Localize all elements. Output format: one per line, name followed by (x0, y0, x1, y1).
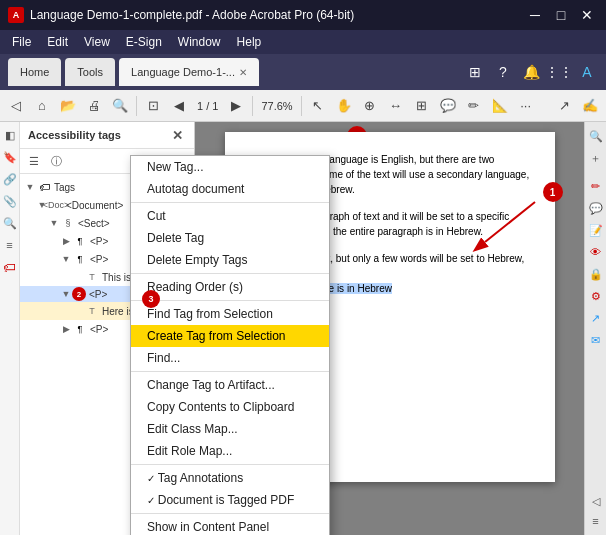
ctx-change-artifact[interactable]: Change Tag to Artifact... (131, 374, 329, 396)
ctx-document-tagged[interactable]: Document is Tagged PDF (131, 489, 329, 511)
measure-icon[interactable]: 📐 (488, 94, 512, 118)
marquee-icon[interactable]: ⊞ (410, 94, 434, 118)
tree-label-document: <Document> (66, 200, 123, 211)
right-expand-icon[interactable]: ≡ (586, 511, 606, 531)
menu-window[interactable]: Window (170, 33, 229, 51)
tree-toggle-sect[interactable]: ▼ (48, 218, 60, 228)
panel-icon-1[interactable]: ◧ (1, 126, 19, 144)
right-icon-strip: 🔍 ＋ ✏ 💬 📝 👁 🔒 ⚙ ↗ ✉ ◁ ≡ (584, 122, 606, 535)
tree-label-sect: <Sect> (78, 218, 110, 229)
page-number: 1 / 1 (193, 100, 222, 112)
context-menu: New Tag... Autotag document Cut Delete T… (130, 155, 330, 535)
tags-info-icon[interactable]: ⓘ (46, 151, 66, 171)
right-fill-icon[interactable]: 📝 (586, 220, 606, 240)
right-collapse-icon[interactable]: ◁ (586, 491, 606, 511)
right-optimize-icon[interactable]: ⚙ (586, 286, 606, 306)
tree-label-p1: <P> (90, 236, 108, 247)
prev-page-icon[interactable]: ◀ (167, 94, 191, 118)
badge-1-overlay: 1 (543, 182, 563, 202)
zoom-out-icon[interactable]: 🔍 (108, 94, 132, 118)
fit-page-icon[interactable]: ⊡ (141, 94, 165, 118)
apps-icon[interactable]: ⋮⋮ (548, 61, 570, 83)
help-icon[interactable]: ? (492, 61, 514, 83)
tags-icon: 🏷 (36, 179, 52, 195)
right-share-icon[interactable]: ↗ (586, 308, 606, 328)
notification-icon[interactable]: 🔔 (520, 61, 542, 83)
right-comment-icon[interactable]: 💬 (586, 198, 606, 218)
ctx-new-tag[interactable]: New Tag... (131, 156, 329, 178)
minimize-button[interactable]: ─ (524, 4, 546, 26)
nav-back-icon[interactable]: ◁ (4, 94, 28, 118)
panel-icon-5[interactable]: 🔍 (1, 214, 19, 232)
ctx-sep-3 (131, 300, 329, 301)
ctx-find-tag[interactable]: Find Tag from Selection (131, 303, 329, 325)
comment-icon[interactable]: 💬 (436, 94, 460, 118)
ctx-find[interactable]: Find... (131, 347, 329, 369)
hand-tool-icon[interactable]: ✋ (332, 94, 356, 118)
panel-icon-active[interactable]: 🏷 (1, 258, 19, 276)
ctx-delete-empty[interactable]: Delete Empty Tags (131, 249, 329, 271)
tags-panel-title: Accessibility tags (28, 129, 121, 141)
ctx-copy-contents[interactable]: Copy Contents to Clipboard (131, 396, 329, 418)
select-tool-icon[interactable]: ↖ (306, 94, 330, 118)
right-mail-icon[interactable]: ✉ (586, 330, 606, 350)
tree-toggle[interactable]: ▼ (24, 182, 36, 192)
search-icon[interactable]: ⊞ (464, 61, 486, 83)
right-search-icon[interactable]: 🔍 (586, 126, 606, 146)
zoom-in-icon[interactable]: ⊕ (358, 94, 382, 118)
tab-home-label: Home (20, 66, 49, 78)
right-plus-icon[interactable]: ＋ (586, 148, 606, 168)
toolbar-separator-2 (252, 96, 253, 116)
panel-icon-2[interactable]: 🔖 (1, 148, 19, 166)
tab-close-icon[interactable]: ✕ (239, 67, 247, 78)
ctx-sep-1 (131, 202, 329, 203)
ctx-cut[interactable]: Cut (131, 205, 329, 227)
tags-panel-close-icon[interactable]: ✕ (168, 126, 186, 144)
more-icon[interactable]: ··· (514, 94, 538, 118)
tree-toggle-p2[interactable]: ▼ (60, 254, 72, 264)
right-protect-icon[interactable]: 🔒 (586, 264, 606, 284)
zoom-to-icon[interactable]: ↔ (384, 94, 408, 118)
menu-edit[interactable]: Edit (39, 33, 76, 51)
tree-toggle-p1[interactable]: ▶ (60, 236, 72, 246)
tree-label-p2: <P> (90, 254, 108, 265)
here-text-icon: T (84, 303, 100, 319)
tab-home[interactable]: Home (8, 58, 61, 86)
tab-tools[interactable]: Tools (65, 58, 115, 86)
pen-icon[interactable]: ✏ (462, 94, 486, 118)
ctx-edit-role-map[interactable]: Edit Role Map... (131, 440, 329, 462)
ctx-create-tag[interactable]: Create Tag from Selection (131, 325, 329, 347)
document-tag-icon: <Doc> (48, 197, 64, 213)
home-icon[interactable]: ⌂ (30, 94, 54, 118)
open-icon[interactable]: 📂 (56, 94, 80, 118)
menu-help[interactable]: Help (229, 33, 270, 51)
panel-icon-3[interactable]: 🔗 (1, 170, 19, 188)
tags-options-icon[interactable]: ☰ (24, 151, 44, 171)
right-view-icon[interactable]: 👁 (586, 242, 606, 262)
sect-tag-icon: § (60, 215, 76, 231)
ctx-edit-class-map[interactable]: Edit Class Map... (131, 418, 329, 440)
right-edit-icon[interactable]: ✏ (586, 176, 606, 196)
ctx-tag-annotations[interactable]: Tag Annotations (131, 467, 329, 489)
panel-icon-6[interactable]: ≡ (1, 236, 19, 254)
ctx-reading-order[interactable]: Reading Order (s) (131, 276, 329, 298)
panel-icon-4[interactable]: 📎 (1, 192, 19, 210)
tree-toggle-p4[interactable]: ▶ (60, 324, 72, 334)
share-icon[interactable]: ↗ (552, 94, 576, 118)
ctx-delete-tag[interactable]: Delete Tag (131, 227, 329, 249)
close-button[interactable]: ✕ (576, 4, 598, 26)
sign-icon[interactable]: ✍ (578, 94, 602, 118)
ctx-autotag[interactable]: Autotag document (131, 178, 329, 200)
menu-esign[interactable]: E-Sign (118, 33, 170, 51)
ctx-show-content-panel[interactable]: Show in Content Panel (131, 516, 329, 535)
toolbar-separator (136, 96, 137, 116)
menu-view[interactable]: View (76, 33, 118, 51)
maximize-button[interactable]: □ (550, 4, 572, 26)
tree-toggle-p3[interactable]: ▼ (60, 289, 72, 299)
menu-file[interactable]: File (4, 33, 39, 51)
print-icon[interactable]: 🖨 (82, 94, 106, 118)
next-page-icon[interactable]: ▶ (224, 94, 248, 118)
tab-document[interactable]: Language Demo-1-... ✕ (119, 58, 259, 86)
tab-document-label: Language Demo-1-... (131, 66, 235, 78)
account-icon[interactable]: A (576, 61, 598, 83)
